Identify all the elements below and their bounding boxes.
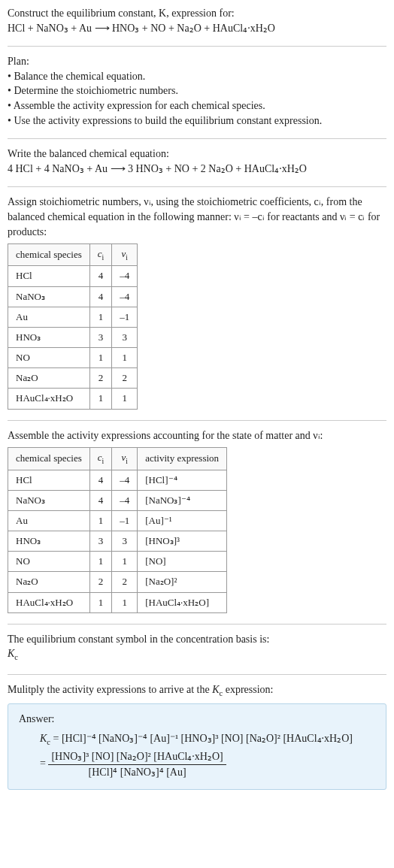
table-row: HCl4–4 [8,266,138,286]
cell: [NaNO₃]⁻⁴ [138,490,227,510]
balanced-heading: Write the balanced chemical equation: [8,147,386,162]
balanced-block: Write the balanced chemical equation: 4 … [8,147,386,176]
cell: [HAuCl₄·xH₂O] [138,592,227,612]
cell: 2 [112,368,138,389]
cell: NaNO₃ [8,286,90,307]
cell: 4 [89,470,112,490]
cell: 2 [112,572,138,592]
cell: 3 [89,531,112,552]
divider [8,420,386,421]
cell: [Na₂O]² [138,572,227,592]
table-header: νi [112,244,138,266]
table-header: chemical species [8,244,90,266]
cell: NaNO₃ [8,490,90,510]
cell: –4 [112,490,138,510]
answer-equation: Kc = [HCl]⁻⁴ [NaNO₃]⁻⁴ [Au]⁻¹ [HNO₃]³ [N… [40,731,375,780]
cell: HCl [8,470,90,490]
cell: 4 [89,490,112,510]
multiply-block: Mulitply the activity expressions to arr… [8,682,386,790]
cell: HAuCl₄·xH₂O [8,389,90,409]
balanced-equation: 4 HCl + 4 NaNO₃ + Au ⟶ 3 HNO₃ + NO + 2 N… [8,162,386,177]
title-equation: HCl + NaNO₃ + Au ⟶ HNO₃ + NO + Na₂O + HA… [8,21,386,36]
cell: [HNO₃]³ [138,531,227,552]
cell: 4 [89,266,112,286]
cell: 2 [89,368,112,389]
cell: 2 [89,572,112,592]
cell: 1 [89,307,112,327]
cell: 1 [89,592,112,612]
assemble-block: Assemble the activity expressions accoun… [8,428,386,613]
cell: Na₂O [8,572,90,592]
cell: 1 [89,389,112,409]
table-row: Na₂O22[Na₂O]² [8,572,227,592]
assign-block: Assign stoichiometric numbers, νᵢ, using… [8,195,386,409]
table-header: ci [89,448,112,470]
table-row: HNO₃33[HNO₃]³ [8,531,227,552]
divider [8,46,386,47]
symbol-value: Kc [8,646,386,663]
cell: 4 [89,286,112,307]
symbol-block: The equilibrium constant symbol in the c… [8,632,386,664]
cell: 1 [112,348,138,368]
table-row: NO11[NO] [8,552,227,572]
cell: –1 [112,307,138,327]
cell: Au [8,307,90,327]
assign-text: Assign stoichiometric numbers, νᵢ, using… [8,195,386,239]
cell: –4 [112,286,138,307]
answer-label: Answer: [19,712,375,727]
table-row: NaNO₃4–4[NaNO₃]⁻⁴ [8,490,227,510]
cell: 3 [112,531,138,552]
table-row: HAuCl₄·xH₂O11[HAuCl₄·xH₂O] [8,592,227,612]
symbol-text: The equilibrium constant symbol in the c… [8,632,386,647]
cell: –4 [112,470,138,490]
plan-item: • Use the activity expressions to build … [8,113,386,129]
table-header: chemical species [8,448,90,470]
cell: 1 [89,348,112,368]
table-row: HCl4–4[HCl]⁻⁴ [8,470,227,490]
cell: 1 [112,592,138,612]
answer-line2: = [HNO₃]³ [NO] [Na₂O]² [HAuCl₄·xH₂O] [HC… [40,749,375,779]
plan-item: • Assemble the activity expression for e… [8,98,386,113]
table-row: HAuCl₄·xH₂O11 [8,389,138,409]
cell: 1 [89,552,112,572]
table-row: NaNO₃4–4 [8,286,138,307]
plan-block: Plan: • Balance the chemical equation. •… [8,54,386,128]
cell: –1 [112,510,138,531]
title-block: Construct the equilibrium constant, K, e… [8,6,386,35]
assemble-text: Assemble the activity expressions accoun… [8,428,386,443]
plan-heading: Plan: [8,54,386,69]
table-row: HNO₃33 [8,327,138,347]
fraction-denominator: [HCl]⁴ [NaNO₃]⁴ [Au] [48,765,226,780]
answer-line1: Kc = [HCl]⁻⁴ [NaNO₃]⁻⁴ [Au]⁻¹ [HNO₃]³ [N… [40,731,375,748]
divider [8,624,386,625]
cell: 3 [112,327,138,347]
plan-item: • Determine the stoichiometric numbers. [8,83,386,98]
cell: Au [8,510,90,531]
answer-box: Answer: Kc = [HCl]⁻⁴ [NaNO₃]⁻⁴ [Au]⁻¹ [H… [8,703,386,789]
cell: 1 [112,552,138,572]
cell: [Au]⁻¹ [138,510,227,531]
title-line1: Construct the equilibrium constant, K, e… [8,6,386,21]
cell: NO [8,552,90,572]
cell: –4 [112,266,138,286]
multiply-text: Mulitply the activity expressions to arr… [8,682,386,699]
answer-fraction: [HNO₃]³ [NO] [Na₂O]² [HAuCl₄·xH₂O] [HCl]… [48,749,226,779]
fraction-numerator: [HNO₃]³ [NO] [Na₂O]² [HAuCl₄·xH₂O] [48,749,226,765]
plan-item: • Balance the chemical equation. [8,69,386,84]
table-header-row: chemical species ci νi [8,244,138,266]
divider [8,674,386,675]
cell: 1 [89,510,112,531]
cell: 1 [112,389,138,409]
table-header: ci [89,244,112,266]
table-header: activity expression [138,448,227,470]
divider [8,186,386,187]
table-row: Au1–1[Au]⁻¹ [8,510,227,531]
table-row: Na₂O22 [8,368,138,389]
cell: [NO] [138,552,227,572]
table-row: NO11 [8,348,138,368]
cell: 3 [89,327,112,347]
table-header: νi [112,448,138,470]
table-row: Au1–1 [8,307,138,327]
cell: HCl [8,266,90,286]
activity-table: chemical species ci νi activity expressi… [8,447,227,613]
